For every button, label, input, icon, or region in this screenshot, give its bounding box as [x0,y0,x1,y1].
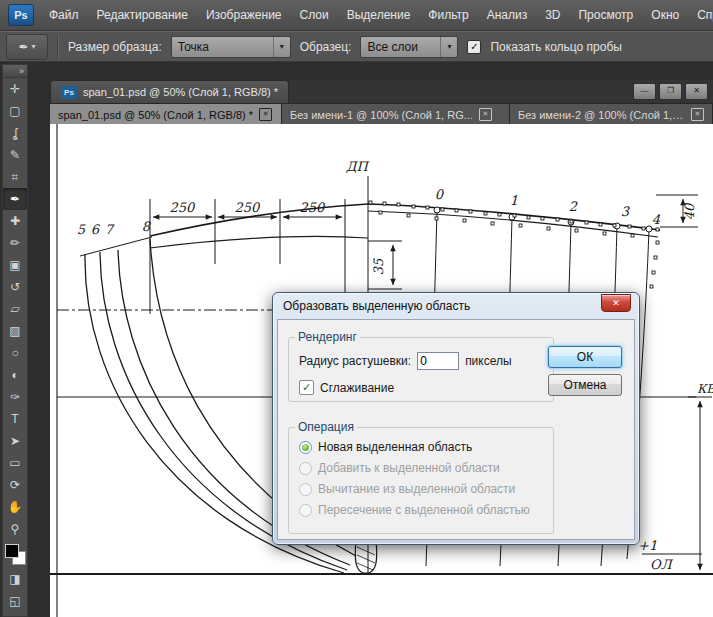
menu-window[interactable]: Окно [642,0,688,30]
document-title: span_01.psd @ 50% (Слой 1, RGB/8) * [83,86,278,98]
foreground-color-swatch[interactable] [5,544,19,558]
operation-group: Операция Новая выделенная область Добави… [288,420,554,534]
svg-text:40: 40 [682,202,697,220]
menu-bar: Ps Файл Редактирование Изображение Слои … [0,0,713,31]
cancel-button[interactable]: Отмена [548,374,622,396]
history-brush-tool[interactable]: ↺ [3,276,27,298]
photoshop-window: Ps Файл Редактирование Изображение Слои … [0,0,713,617]
menu-file[interactable]: Файл [40,0,88,30]
tab-untitled-2[interactable]: Без имени-2 @ 100% (Слой 1, RG... ✕ [510,104,713,125]
antialias-checkbox[interactable]: ✓ [299,380,314,395]
rendering-group: Рендеринг Радиус растушевки: пикселы ✓ С… [288,330,554,402]
tab-close-icon[interactable]: ✕ [259,108,272,121]
brush-tool[interactable]: ✏ [3,232,27,254]
tool-preset-button[interactable]: ✒ ▾ [6,34,48,60]
document-titlebar[interactable]: Ps span_01.psd @ 50% (Слой 1, RGB/8) * —… [50,80,713,103]
svg-text:ОЛ: ОЛ [650,557,674,572]
shape-tool[interactable]: ▭ [3,452,27,474]
quick-mask-tool[interactable]: ◨ [3,568,27,590]
antialias-label: Сглаживание [320,381,394,395]
operation-group-label: Операция [295,420,357,434]
dialog-titlebar[interactable]: Образовать выделенную область [273,293,639,319]
healing-brush-tool[interactable]: ✚ [3,210,27,232]
tab-span01[interactable]: span_01.psd @ 50% (Слой 1, RGB/8) * ✕ [50,104,282,125]
sample-size-select[interactable]: Точка ▾ [171,36,291,58]
zoom-tool[interactable]: ⚲ [3,518,27,540]
restore-button[interactable]: ❐ [659,83,682,100]
operation-add-label: Добавить к выделенной области [318,461,500,475]
menu-layers[interactable]: Слои [291,0,338,30]
svg-text:6: 6 [91,222,101,237]
screen-mode-tool[interactable]: ◱ [3,590,27,612]
menu-help[interactable]: Спр [688,0,713,30]
operation-new-label: Новая выделенная область [318,440,472,454]
rotate-3d-tool[interactable]: ⟳ [3,474,27,496]
dialog-title: Образовать выделенную область [283,299,470,313]
operation-subtract-radio [299,483,312,496]
photoshop-logo-icon: Ps [8,4,34,26]
svg-text:ДП: ДП [346,159,370,174]
quick-selection-tool[interactable]: ✎ [3,144,27,166]
ok-button[interactable]: ОК [548,346,622,368]
sample-value: Все слои [361,40,440,54]
svg-text:35: 35 [371,258,386,275]
tools-panel: » ✛ ▢ ʆ ✎ ⌗ ✒ ✚ ✏ ▣ ↺ ▱ ▨ ○ ◐ ✑ T ➤ ▭ ⟳ … [2,64,28,617]
svg-text:250: 250 [170,200,197,215]
crop-tool[interactable]: ⌗ [3,166,27,188]
eyedropper-tool[interactable]: ✒ [3,188,27,210]
menu-image[interactable]: Изображение [197,0,291,30]
operation-add-radio [299,462,312,475]
options-bar: ✒ ▾ Размер образца: Точка ▾ Образец: Все… [0,31,713,62]
menu-analysis[interactable]: Анализ [478,0,537,30]
rendering-group-label: Рендеринг [295,330,360,344]
eyedropper-icon: ✒ [18,40,28,54]
svg-text:250: 250 [235,200,262,215]
chevron-down-icon: ▾ [440,37,457,57]
clone-stamp-tool[interactable]: ▣ [3,254,27,276]
type-tool[interactable]: T [3,408,27,430]
collapse-panel-button[interactable]: » [3,65,27,78]
eraser-tool[interactable]: ▱ [3,298,27,320]
tab-label: span_01.psd @ 50% (Слой 1, RGB/8) * [58,109,253,121]
sample-label: Образец: [300,40,352,54]
svg-text:+1: +1 [638,538,657,553]
feather-radius-input[interactable] [417,352,459,370]
sample-select[interactable]: Все слои ▾ [360,36,458,58]
tab-label: Без имени-2 @ 100% (Слой 1, RG... [518,109,685,121]
menu-filter[interactable]: Фильтр [419,0,477,30]
options-separator [57,35,59,59]
color-swatches[interactable] [3,542,27,566]
svg-text:1: 1 [510,193,518,208]
svg-text:7: 7 [105,222,115,237]
operation-new-radio[interactable] [299,441,312,454]
feather-radius-label: Радиус растушевки: [299,354,411,368]
blur-tool[interactable]: ○ [3,342,27,364]
sample-size-label: Размер образца: [68,40,162,54]
close-window-button[interactable]: ✕ [685,83,708,100]
path-selection-tool[interactable]: ➤ [3,430,27,452]
marquee-tool[interactable]: ▢ [3,100,27,122]
psd-file-icon: Ps [61,86,77,99]
tab-close-icon[interactable]: ✕ [479,108,492,121]
menu-view[interactable]: Просмотр [569,0,642,30]
svg-text:4: 4 [652,212,661,227]
move-tool[interactable]: ✛ [3,78,27,100]
make-selection-dialog: Образовать выделенную область ✕ Рендерин… [272,292,640,545]
menu-edit[interactable]: Редактирование [88,0,197,30]
pen-tool[interactable]: ✑ [3,386,27,408]
show-sampling-ring-checkbox[interactable]: ✓ [467,40,481,54]
gradient-tool[interactable]: ▨ [3,320,27,342]
hand-tool[interactable]: ✋ [3,496,27,518]
dialog-close-button[interactable]: ✕ [601,294,631,312]
chevron-down-icon: ▾ [273,37,290,57]
operation-intersect-radio [299,504,312,517]
menu-3d[interactable]: 3D [536,0,569,30]
minimize-button[interactable]: — [633,83,656,100]
svg-text:0: 0 [435,187,445,202]
lasso-tool[interactable]: ʆ [3,122,27,144]
document-title-tab[interactable]: Ps span_01.psd @ 50% (Слой 1, RGB/8) * [50,80,289,103]
tab-untitled-1[interactable]: Без имени-1 @ 100% (Слой 1, RG... ✕ [282,104,510,125]
dodge-tool[interactable]: ◐ [3,364,27,386]
tab-close-icon[interactable]: ✕ [691,108,704,121]
menu-select[interactable]: Выделение [338,0,420,30]
